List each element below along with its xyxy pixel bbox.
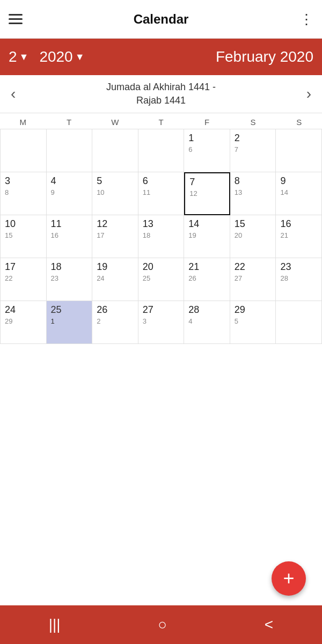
back-button[interactable]: <	[265, 616, 273, 633]
recent-apps-button[interactable]: |||	[49, 616, 61, 633]
gregorian-date: 5	[97, 175, 134, 187]
calendar-cell[interactable]: 295	[230, 301, 276, 344]
calendar-cell[interactable]: 1722	[1, 258, 47, 301]
gregorian-date: 11	[51, 218, 88, 230]
calendar-cell[interactable]: 510	[92, 172, 138, 215]
islamic-month-label: Jumada al Akhirah 1441 -Rajab 1441	[106, 80, 216, 107]
calendar-cell[interactable]: 1823	[47, 258, 93, 301]
calendar-cell[interactable]: 251	[47, 301, 93, 344]
day-header: S	[276, 118, 322, 127]
gregorian-date: 28	[188, 304, 225, 316]
calendar-cell[interactable]: 712	[184, 172, 230, 215]
month-dropdown-arrow[interactable]: ▼	[19, 52, 29, 63]
calendar-cell[interactable]: 611	[138, 172, 185, 215]
gregorian-date: 23	[280, 261, 317, 273]
month-number: 2	[9, 48, 17, 65]
next-month-button[interactable]: ›	[301, 85, 317, 103]
gregorian-date: 16	[280, 218, 317, 230]
calendar-cell[interactable]: 1520	[230, 215, 276, 258]
islamic-date: 8	[5, 188, 42, 196]
calendar-cell[interactable]: 1924	[92, 258, 138, 301]
islamic-date: 16	[51, 231, 88, 239]
calendar-cell[interactable]: 16	[184, 129, 230, 172]
calendar-cell[interactable]: 38	[1, 172, 47, 215]
calendar-cell[interactable]: 914	[276, 172, 322, 215]
islamic-date: 28	[280, 274, 317, 282]
islamic-date: 5	[235, 317, 272, 325]
gregorian-date: 15	[235, 218, 272, 230]
islamic-date: 4	[188, 317, 225, 325]
calendar-cell[interactable]	[138, 129, 185, 172]
app-bar: Calendar ⋮	[0, 0, 322, 39]
islamic-date: 1	[51, 317, 88, 325]
calendar-cell[interactable]: 2025	[138, 258, 185, 301]
calendar-cell[interactable]	[276, 301, 322, 344]
gregorian-date: 25	[51, 304, 88, 316]
year-dropdown-arrow[interactable]: ▼	[75, 52, 85, 63]
islamic-date: 26	[188, 274, 225, 282]
calendar-cell[interactable]: 49	[47, 172, 93, 215]
gregorian-date: 27	[143, 304, 180, 316]
day-header: F	[184, 118, 230, 127]
calendar-cell[interactable]	[276, 129, 322, 172]
calendar-cell[interactable]: 2328	[276, 258, 322, 301]
hamburger-menu-button[interactable]	[9, 14, 23, 24]
gregorian-date: 17	[5, 261, 42, 273]
calendar-cell[interactable]: 813	[230, 172, 276, 215]
islamic-date: 24	[97, 274, 134, 282]
calendar-grid: 1627384951061171281391410151116121713181…	[0, 129, 322, 344]
calendar-cell[interactable]: 1116	[47, 215, 93, 258]
calendar-cell[interactable]	[47, 129, 93, 172]
year-number: 2020	[39, 48, 72, 65]
calendar-cell[interactable]	[92, 129, 138, 172]
more-options-button[interactable]: ⋮	[299, 12, 313, 26]
day-header: W	[92, 118, 138, 127]
gregorian-date: 13	[143, 218, 180, 230]
calendar-cell[interactable]: 1318	[138, 215, 185, 258]
calendar-cell[interactable]: 1621	[276, 215, 322, 258]
islamic-date: 7	[235, 145, 272, 153]
islamic-date: 20	[235, 231, 272, 239]
gregorian-date: 24	[5, 304, 42, 316]
islamic-date: 18	[143, 231, 180, 239]
islamic-date: 19	[188, 231, 225, 239]
calendar-cell[interactable]: 1419	[184, 215, 230, 258]
islamic-date: 2	[97, 317, 134, 325]
gregorian-date: 18	[51, 261, 88, 273]
add-event-fab[interactable]: +	[272, 561, 306, 596]
calendar-cell[interactable]: 1015	[1, 215, 47, 258]
calendar-cell[interactable]: 273	[138, 301, 185, 344]
gregorian-date: 10	[5, 218, 42, 230]
calendar-cell[interactable]: 2126	[184, 258, 230, 301]
day-header: M	[0, 118, 46, 127]
home-button[interactable]: ○	[158, 616, 167, 633]
calendar-cell[interactable]: 2227	[230, 258, 276, 301]
islamic-date: 15	[5, 231, 42, 239]
gregorian-date: 7	[189, 177, 225, 188]
islamic-date: 29	[5, 317, 42, 325]
calendar-header-bar: 2 ▼ 2020 ▼ February 2020	[0, 39, 322, 75]
gregorian-date: 22	[235, 261, 272, 273]
islamic-date: 10	[97, 188, 134, 196]
calendar-cell[interactable]: 284	[184, 301, 230, 344]
prev-month-button[interactable]: ‹	[5, 85, 21, 103]
calendar-cell[interactable]: 262	[92, 301, 138, 344]
gregorian-date: 26	[97, 304, 134, 316]
calendar-cell[interactable]: 2429	[1, 301, 47, 344]
gregorian-date: 19	[97, 261, 134, 273]
calendar-cell[interactable]	[1, 129, 47, 172]
islamic-date: 27	[235, 274, 272, 282]
islamic-date: 9	[51, 188, 88, 196]
gregorian-date: 20	[143, 261, 180, 273]
islamic-date: 11	[143, 188, 180, 196]
islamic-date: 23	[51, 274, 88, 282]
gregorian-date: 1	[188, 133, 225, 144]
day-header: S	[230, 118, 276, 127]
islamic-date: 22	[5, 274, 42, 282]
islamic-month-nav: ‹ Jumada al Akhirah 1441 -Rajab 1441 ›	[0, 75, 322, 113]
calendar-cell[interactable]: 27	[230, 129, 276, 172]
day-header: T	[138, 118, 184, 127]
islamic-date: 25	[143, 274, 180, 282]
gregorian-date: 21	[188, 261, 225, 273]
calendar-cell[interactable]: 1217	[92, 215, 138, 258]
